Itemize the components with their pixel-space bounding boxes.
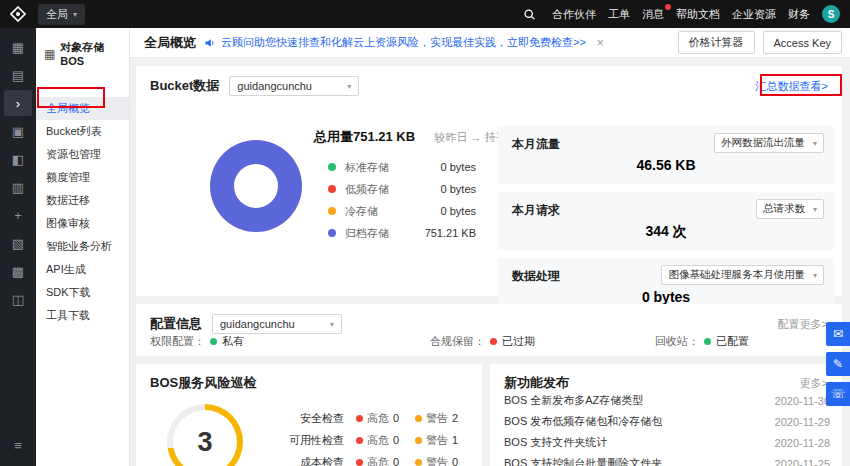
features-card-head: 新功能发布 更多> xyxy=(490,364,842,392)
nav-link-messages-label: 消息 xyxy=(642,8,664,20)
summary-data-link[interactable]: 汇总数据查看> xyxy=(756,79,828,94)
rail-icon-8[interactable]: ▧ xyxy=(4,230,32,256)
config-card-head: 配置信息 guidangcunchu ▾ 配置更多> xyxy=(136,304,842,334)
config-more-link[interactable]: 配置更多> xyxy=(778,317,828,332)
feature-row[interactable]: BOS 发布低频存储包和冷存储包 2020-11-29 xyxy=(504,411,830,432)
traffic-type-selector[interactable]: 外网数据流出流量 ▾ xyxy=(714,133,824,153)
legend-item-cold: 冷存储 0 bytes xyxy=(328,200,476,222)
donut-hole xyxy=(234,164,278,208)
nav-link-enterprise[interactable]: 企业资源 xyxy=(732,7,776,22)
chevron-down-icon: ▾ xyxy=(813,205,817,214)
risk-card-head: BOS服务风险巡检 xyxy=(136,364,482,392)
feedback-tool-icon[interactable]: ✎ xyxy=(826,352,850,376)
nav-link-partners[interactable]: 合作伙伴 xyxy=(552,7,596,22)
nav-link-messages[interactable]: 消息 xyxy=(642,7,664,22)
collapse-menu-icon[interactable]: ≡ xyxy=(4,432,32,458)
sidebar-item-data-migration[interactable]: 数据迁移 xyxy=(36,189,129,212)
sidebar-item-api-generation[interactable]: API生成 xyxy=(36,258,129,281)
traffic-value: 46.56 KB xyxy=(498,157,834,173)
sidebar-item-image-review[interactable]: 图像审核 xyxy=(36,212,129,235)
baidu-cloud-logo-icon[interactable] xyxy=(10,6,26,22)
check-row-availability: 可用性检查 高危 0 警告 1 xyxy=(270,429,462,451)
processing-type-selector[interactable]: 图像基础处理服务本月使用量 ▾ xyxy=(661,265,824,285)
rail-icon-1[interactable]: ▦ xyxy=(4,34,32,60)
config-section-title: 配置信息 xyxy=(150,315,202,333)
region-selector[interactable]: 全局 ▾ xyxy=(38,4,85,25)
legend-item-archive: 归档存储 751.21 KB xyxy=(328,222,476,244)
total-usage-label: 总用量751.21 KB xyxy=(314,129,415,144)
config-info-card: 配置信息 guidangcunchu ▾ 配置更多> 权限配置： 私有 合规保留… xyxy=(136,304,842,356)
risk-check-list: 安全检查 高危 0 警告 2 可用性检查 xyxy=(270,407,462,466)
sidebar-item-sdk-download[interactable]: SDK下载 xyxy=(36,281,129,304)
close-icon[interactable]: × xyxy=(594,36,607,50)
nav-link-finance[interactable]: 财务 xyxy=(788,7,810,22)
check-row-cost: 成本检查 高危 0 警告 0 xyxy=(270,451,462,466)
rail-icon-current-product[interactable]: › xyxy=(4,90,32,116)
features-more-link[interactable]: 更多> xyxy=(800,376,828,391)
status-dot-icon xyxy=(704,338,711,345)
rail-icon-9[interactable]: ▩ xyxy=(4,258,32,284)
legend-dot-icon xyxy=(328,207,336,215)
sidebar-item-quota[interactable]: 额度管理 xyxy=(36,166,129,189)
feature-row[interactable]: BOS 支持文件夹统计 2020-11-28 xyxy=(504,432,830,453)
legend-dot-icon xyxy=(328,163,336,171)
product-grid-icon: ▦ xyxy=(44,47,55,61)
request-type-selector[interactable]: 总请求数 ▾ xyxy=(756,199,824,219)
legend-item-infrequent: 低频存储 0 bytes xyxy=(328,178,476,200)
rail-icon-4[interactable]: ▣ xyxy=(4,118,32,144)
config-permission: 权限配置： 私有 xyxy=(150,334,244,349)
config-bucket-value: guidangcunchu xyxy=(220,318,295,330)
chevron-down-icon: ▾ xyxy=(347,82,351,91)
nav-link-help-docs[interactable]: 帮助文档 xyxy=(676,7,720,22)
floating-side-tools: ✉ ✎ ☏ xyxy=(826,322,850,406)
sidebar-item-tools-download[interactable]: 工具下载 xyxy=(36,304,129,327)
config-compliance: 合规保留： 已过期 xyxy=(430,334,535,349)
price-calculator-button[interactable]: 价格计算器 xyxy=(678,31,755,54)
sidebar-item-global-overview[interactable]: 全局概览 xyxy=(36,97,129,120)
access-key-button[interactable]: Access Key xyxy=(763,31,842,54)
rail-icon-5[interactable]: ◧ xyxy=(4,146,32,172)
feature-row[interactable]: BOS 支持控制台批量删除文件夹 2020-11-25 xyxy=(504,453,830,466)
rail-icon-6[interactable]: ▥ xyxy=(4,174,32,200)
high-risk-dot-icon xyxy=(356,415,363,422)
bucket-card-body: 总用量751.21 KB 较昨日 → 持平 标准存储 0 bytes xyxy=(136,98,842,296)
requests-value: 344 次 xyxy=(498,223,834,241)
product-icon-rail: ▦ ▤ › ▣ ◧ ▥ + ▧ ▩ ◫ ≡ xyxy=(0,28,36,466)
search-icon[interactable] xyxy=(523,8,536,21)
message-tool-icon[interactable]: ✉ xyxy=(826,322,850,346)
risk-score: 3 xyxy=(173,410,237,466)
top-navbar: 全局 ▾ 合作伙伴 工单 消息 帮助文档 企业资源 财务 S xyxy=(0,0,850,28)
high-risk-dot-icon xyxy=(356,459,363,466)
rail-icon-7[interactable]: + xyxy=(4,202,32,228)
legend-item-standard: 标准存储 0 bytes xyxy=(328,156,476,178)
config-bucket-selector[interactable]: guidangcunchu ▾ xyxy=(212,314,342,334)
bucket-selector[interactable]: guidangcunchu ▾ xyxy=(229,76,359,96)
announcement-banner[interactable]: 云顾问助您快速排查和化解云上资源风险，实现最佳实践，立即免费检查>> xyxy=(204,35,586,50)
bucket-data-card: Bucket数据 guidangcunchu ▾ 汇总数据查看> 总用量751.… xyxy=(136,66,842,296)
warning-dot-icon xyxy=(415,437,422,444)
sidebar-item-resource-packages[interactable]: 资源包管理 xyxy=(36,143,129,166)
processing-value: 0 bytes xyxy=(498,289,834,305)
page-title: 全局概览 xyxy=(144,34,196,52)
config-recycle-bin: 回收站： 已配置 xyxy=(655,334,749,349)
nav-link-tickets[interactable]: 工单 xyxy=(608,7,630,22)
notification-badge-icon xyxy=(665,4,671,10)
support-tool-icon[interactable]: ☏ xyxy=(826,382,850,406)
feature-row[interactable]: BOS 全新发布多AZ存储类型 2020-11-30 xyxy=(504,390,830,411)
bucket-section-title: Bucket数据 xyxy=(150,77,219,95)
sidebar-item-bucket-list[interactable]: Bucket列表 xyxy=(36,120,129,143)
risk-score-gauge: 3 xyxy=(167,404,243,466)
sidebar-item-smart-analysis[interactable]: 智能业务分析 xyxy=(36,235,129,258)
high-risk-group: 高危 0 xyxy=(356,455,403,466)
flat-arrow-icon: → xyxy=(471,131,482,143)
rail-icon-2[interactable]: ▤ xyxy=(4,62,32,88)
rail-icon-10[interactable]: ◫ xyxy=(4,286,32,312)
trend-info: 较昨日 → 持平 xyxy=(435,131,507,143)
announcement-text: 云顾问助您快速排查和化解云上资源风险，实现最佳实践，立即免费检查>> xyxy=(221,35,586,50)
user-avatar[interactable]: S xyxy=(822,5,840,23)
bos-sidebar: ▦ 对象存储 BOS 全局概览 Bucket列表 资源包管理 额度管理 数据迁移… xyxy=(36,28,130,466)
risk-section-title: BOS服务风险巡检 xyxy=(150,374,256,392)
warning-group: 警告 0 xyxy=(415,455,462,466)
legend-dot-icon xyxy=(328,229,336,237)
page-header: 全局概览 云顾问助您快速排查和化解云上资源风险，实现最佳实践，立即免费检查>> … xyxy=(130,28,850,58)
